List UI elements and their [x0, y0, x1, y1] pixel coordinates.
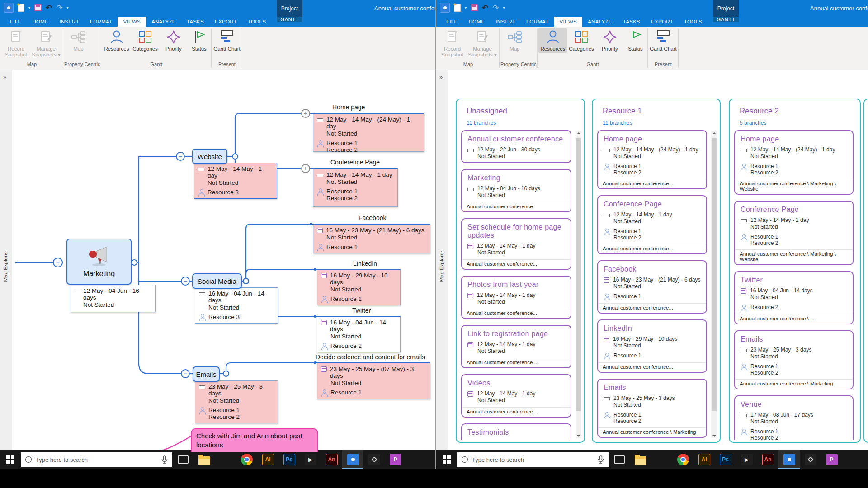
task-card-social-media[interactable]: 16 May - 04 Jun - 14 daysNot StartedReso…: [195, 287, 278, 324]
resource-card[interactable]: Videos12 May - 14 May - 1 dayNot Started…: [461, 374, 571, 418]
microphone-icon[interactable]: [598, 455, 604, 464]
task-view-icon[interactable]: [609, 450, 630, 469]
media-app-icon[interactable]: ▶: [300, 450, 321, 469]
resource-card[interactable]: Testimonials12 May - 14 May - 1 dayNot S…: [461, 423, 571, 440]
tab-analyze[interactable]: ANALYZE: [146, 17, 181, 27]
animate-icon[interactable]: An: [321, 450, 342, 469]
floating-topic-check-with-jim[interactable]: Check with Jim and Ann about past locati…: [191, 428, 318, 452]
undo-icon[interactable]: ↶: [46, 4, 52, 12]
start-button[interactable]: [0, 450, 21, 469]
grid-app-icon[interactable]: [406, 450, 427, 469]
media-app-icon[interactable]: ▶: [736, 450, 757, 469]
task-card-home-page[interactable]: 12 May - 14 May - (24 May) - 1 dayNot St…: [313, 113, 424, 152]
new-dropdown-caret-icon[interactable]: ▾: [28, 6, 30, 10]
collapse-button-social-media[interactable]: −: [181, 277, 190, 286]
gantt-chart-button[interactable]: Gantt Chart: [649, 28, 677, 53]
resource-card[interactable]: Annual customer conference12 May - 22 Ju…: [461, 130, 571, 163]
capture-app-icon[interactable]: [800, 450, 821, 469]
tab-insert[interactable]: INSERT: [490, 17, 521, 27]
illustrator-icon[interactable]: Ai: [693, 450, 715, 469]
taskbar-search[interactable]: Type here to search: [457, 452, 609, 467]
expand-button-conference-page[interactable]: +: [301, 164, 310, 173]
save-icon[interactable]: [471, 4, 478, 11]
scroll-up-arrow-icon[interactable]: [712, 132, 716, 134]
priority-view-button[interactable]: Priority: [159, 28, 188, 53]
taskbar-search[interactable]: Type here to search: [21, 452, 172, 467]
illustrator-icon[interactable]: Ai: [257, 450, 278, 469]
status-view-button[interactable]: Status: [624, 28, 646, 53]
record-snapshot-button[interactable]: Record Snapshot: [438, 28, 467, 59]
categories-view-button[interactable]: Categories: [567, 28, 595, 53]
resources-canvas[interactable]: » Map Explorer Unassigned 11 branches An…: [436, 70, 868, 469]
tab-home[interactable]: HOME: [27, 17, 54, 27]
scrollbar-thumb[interactable]: [576, 138, 581, 411]
save-icon[interactable]: [34, 4, 42, 11]
resource-card[interactable]: Conference Page12 May - 14 May - 1 dayNo…: [597, 195, 707, 254]
task-card-facebook[interactable]: 16 May - 23 May - (21 May) - 6 daysNot S…: [313, 224, 430, 253]
tab-views[interactable]: VIEWS: [554, 17, 582, 27]
tab-tasks[interactable]: TASKS: [618, 17, 646, 27]
resource-card[interactable]: Home page12 May - 14 May - (24 May) - 1 …: [734, 130, 854, 195]
task-card-marketing[interactable]: 12 May - 04 Jun - 16 daysNot Started: [70, 285, 156, 312]
scroll-down-arrow-icon[interactable]: [712, 435, 716, 437]
topic-label-home-page[interactable]: Home page: [332, 103, 365, 111]
tab-format[interactable]: FORMAT: [521, 17, 554, 27]
mindview-app-icon[interactable]: [342, 450, 363, 469]
resource-card[interactable]: Link to registration page12 May - 14 May…: [461, 325, 571, 368]
expand-panel-chevron-icon[interactable]: »: [439, 74, 443, 80]
map-explorer-panel[interactable]: » Map Explorer: [0, 70, 12, 469]
resource-card[interactable]: Conference Page12 May - 14 May - 1 dayNo…: [734, 201, 854, 265]
resource-card[interactable]: Emails23 May - 25 May - 3 daysNot Starte…: [597, 379, 707, 438]
resources-view-button[interactable]: Resources: [102, 28, 131, 53]
store-icon[interactable]: [651, 450, 672, 469]
tab-gantt[interactable]: GANTT: [713, 17, 739, 22]
resource-card[interactable]: Facebook16 May - 23 May - (21 May) - 6 d…: [597, 260, 707, 314]
undo-icon[interactable]: ↶: [482, 4, 488, 12]
project-app-icon[interactable]: P: [821, 450, 842, 469]
task-card-conference-page[interactable]: 12 May - 14 May - 1 dayNot StartedResour…: [313, 168, 398, 207]
tab-analyze[interactable]: ANALYZE: [582, 17, 618, 27]
gantt-chart-button[interactable]: Gantt Chart: [212, 28, 241, 53]
scroll-down-arrow-icon[interactable]: [577, 435, 580, 437]
expand-button-home-page[interactable]: +: [301, 109, 310, 118]
tab-tools[interactable]: TOOLS: [242, 17, 271, 27]
map-explorer-panel[interactable]: » Map Explorer: [436, 70, 448, 469]
manage-snapshots-button[interactable]: Manage Snapshots ▾: [467, 28, 498, 59]
tab-tools[interactable]: TOOLS: [679, 17, 708, 27]
priority-view-button[interactable]: Priority: [595, 28, 624, 53]
resource-card[interactable]: Venue17 May - 08 Jun - 17 daysNot Starte…: [734, 395, 854, 440]
record-snapshot-button[interactable]: Record Snapshot: [2, 28, 30, 59]
resources-view-button[interactable]: Resources: [538, 28, 567, 53]
collapse-button-emails[interactable]: −: [181, 369, 190, 378]
chrome-icon[interactable]: [672, 450, 693, 469]
categories-view-button[interactable]: Categories: [131, 28, 159, 53]
topic-node-website[interactable]: Website: [192, 149, 227, 164]
collapse-button-marketing[interactable]: −: [53, 258, 63, 267]
task-card-twitter[interactable]: 16 May - 04 Jun - 14 daysNot StartedReso…: [317, 316, 401, 352]
map-canvas[interactable]: » Map Explorer: [0, 70, 435, 469]
manage-snapshots-button[interactable]: Manage Snapshots ▾: [30, 28, 62, 59]
tab-tasks[interactable]: TASKS: [181, 17, 209, 27]
mindview-app-icon[interactable]: [778, 450, 800, 469]
map-view-button[interactable]: Map: [64, 28, 93, 53]
topic-label-facebook[interactable]: Facebook: [359, 214, 386, 221]
tab-file[interactable]: FILE: [5, 17, 27, 27]
topic-label-conference-page[interactable]: Conference Page: [330, 159, 380, 166]
new-document-icon[interactable]: ✦: [18, 4, 24, 12]
tab-file[interactable]: FILE: [441, 17, 463, 27]
tab-insert[interactable]: INSERT: [54, 17, 85, 27]
photoshop-icon[interactable]: Ps: [278, 450, 300, 469]
microphone-icon[interactable]: [161, 455, 168, 464]
topic-label-twitter[interactable]: Twitter: [352, 307, 371, 314]
new-dropdown-caret-icon[interactable]: ▾: [465, 6, 467, 10]
scrollbar-thumb[interactable]: [712, 138, 717, 411]
grid-app-icon[interactable]: [842, 450, 863, 469]
new-document-icon[interactable]: ✦: [454, 4, 461, 12]
resource-card[interactable]: Emails23 May - 25 May - 3 daysNot Starte…: [734, 330, 854, 389]
scroll-up-arrow-icon[interactable]: [577, 132, 580, 134]
vertical-scrollbar[interactable]: [711, 131, 717, 438]
animate-icon[interactable]: An: [757, 450, 778, 469]
resource-card[interactable]: Marketing12 May - 04 Jun - 16 daysNot St…: [461, 169, 571, 212]
file-explorer-icon[interactable]: [193, 450, 215, 469]
vertical-scrollbar[interactable]: [576, 131, 581, 438]
